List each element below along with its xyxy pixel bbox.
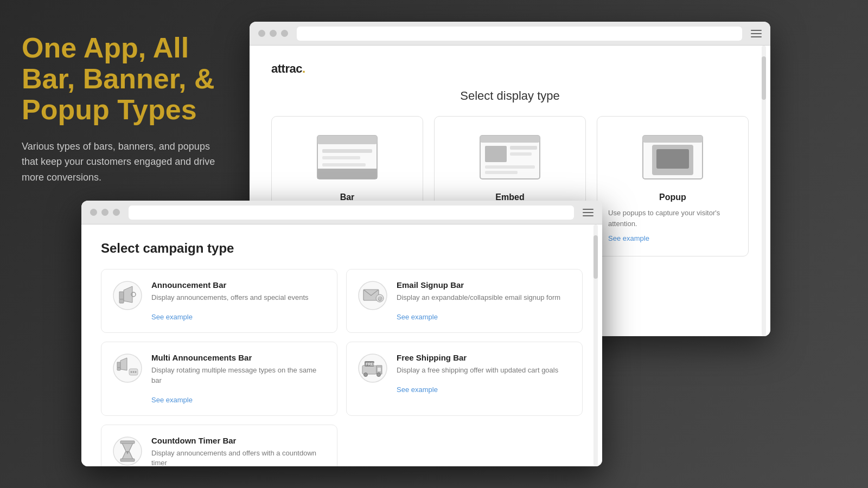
dot-yellow xyxy=(270,30,277,37)
countdown-timer-bar-name: Countdown Timer Bar xyxy=(151,436,326,445)
front-browser-window: Select campaign type Announcement Bar xyxy=(81,201,602,466)
countdown-timer-bar-desc: Display announcements and offers with a … xyxy=(151,448,326,466)
svg-rect-16 xyxy=(656,149,689,169)
main-subtext: Various types of bars, banners, and popu… xyxy=(22,139,228,185)
multi-announcements-bar-icon xyxy=(112,353,143,383)
email-signup-bar-name: Email Signup Bar xyxy=(397,280,560,290)
svg-marker-18 xyxy=(119,292,124,299)
countdown-timer-bar-icon xyxy=(112,436,143,466)
embed-display-icon xyxy=(477,133,542,182)
svg-text:FREE: FREE xyxy=(366,362,376,366)
svg-rect-8 xyxy=(485,146,507,162)
email-signup-bar-desc: Display an expandable/collapsible email … xyxy=(397,293,560,303)
free-shipping-bar-icon: FREE xyxy=(358,353,388,383)
front-scrollbar[interactable] xyxy=(593,224,598,466)
bar-display-icon xyxy=(315,133,380,182)
svg-rect-29 xyxy=(117,368,120,370)
back-menu-icon[interactable] xyxy=(751,30,762,37)
display-type-title: Select display type xyxy=(271,89,749,103)
front-dot-red xyxy=(90,209,97,216)
left-panel: One App, All Bar, Banner, & Popup Types … xyxy=(22,33,228,185)
announcement-bar-desc: Display announcements, offers and specia… xyxy=(151,293,309,303)
multi-announcements-bar-see-example[interactable]: See example xyxy=(151,396,193,404)
popup-see-example[interactable]: See example xyxy=(608,234,649,242)
free-shipping-bar-desc: Display a free shipping offer with updat… xyxy=(397,365,558,376)
svg-rect-9 xyxy=(510,146,537,150)
svg-rect-44 xyxy=(120,441,135,444)
back-scrollbar[interactable] xyxy=(762,46,766,336)
campaign-section-title: Select campaign type xyxy=(101,241,583,256)
free-shipping-bar-info: Free Shipping Bar Display a free shippin… xyxy=(397,353,558,394)
main-headline: One App, All Bar, Banner, & Popup Types xyxy=(22,33,228,126)
display-type-popup[interactable]: Popup Use popups to capture your visitor… xyxy=(597,116,749,256)
multi-announcements-bar-name: Multi Announcements Bar xyxy=(151,353,326,362)
svg-rect-2 xyxy=(322,149,372,153)
dot-green xyxy=(281,30,288,37)
multi-announcements-bar-info: Multi Announcements Bar Display rotating… xyxy=(151,353,326,404)
svg-rect-10 xyxy=(510,152,532,156)
back-titlebar xyxy=(250,22,770,46)
front-titlebar xyxy=(81,201,602,224)
free-shipping-bar-name: Free Shipping Bar xyxy=(397,353,558,362)
svg-rect-4 xyxy=(322,163,366,166)
campaign-multi-announcements-bar[interactable]: Multi Announcements Bar Display rotating… xyxy=(101,342,337,416)
svg-rect-1 xyxy=(317,136,377,144)
countdown-timer-bar-info: Countdown Timer Bar Display announcement… xyxy=(151,436,326,466)
free-shipping-bar-see-example[interactable]: See example xyxy=(397,386,438,394)
campaign-email-signup-bar[interactable]: @ Email Signup Bar Display an expandable… xyxy=(346,269,583,333)
front-dot-green xyxy=(113,209,120,216)
front-dot-yellow xyxy=(101,209,108,216)
svg-rect-45 xyxy=(120,459,135,461)
svg-rect-7 xyxy=(480,136,540,143)
announcement-bar-icon xyxy=(112,280,143,311)
svg-point-33 xyxy=(135,371,137,373)
front-browser-content: Select campaign type Announcement Bar xyxy=(81,224,602,466)
svg-rect-12 xyxy=(485,171,518,174)
popup-type-desc: Use popups to capture your visitor's att… xyxy=(608,208,737,229)
svg-rect-5 xyxy=(317,169,377,179)
svg-point-38 xyxy=(364,373,368,376)
svg-rect-20 xyxy=(119,299,124,303)
announcement-bar-name: Announcement Bar xyxy=(151,280,309,290)
svg-rect-14 xyxy=(643,136,703,143)
campaign-announcement-bar[interactable]: Announcement Bar Display announcements, … xyxy=(101,269,337,333)
svg-rect-37 xyxy=(378,368,381,371)
popup-type-name: Popup xyxy=(608,192,737,202)
front-window-dots xyxy=(90,209,120,216)
dot-red xyxy=(258,30,265,37)
campaign-countdown-timer-bar[interactable]: Countdown Timer Bar Display announcement… xyxy=(101,425,337,466)
attrac-logo: attrac. xyxy=(271,62,749,76)
front-address-bar[interactable] xyxy=(129,206,574,220)
front-menu-icon[interactable] xyxy=(583,209,593,216)
popup-display-icon xyxy=(640,133,705,182)
email-signup-bar-info: Email Signup Bar Display an expandable/c… xyxy=(397,280,560,322)
back-window-dots xyxy=(258,30,288,37)
email-signup-bar-see-example[interactable]: See example xyxy=(397,313,438,321)
svg-marker-27 xyxy=(117,362,120,368)
campaign-free-shipping-bar[interactable]: FREE Free Shipping Bar Display a free sh… xyxy=(346,342,583,416)
svg-text:@: @ xyxy=(378,296,382,301)
svg-point-31 xyxy=(131,371,132,373)
campaign-grid: Announcement Bar Display announcements, … xyxy=(101,269,583,466)
front-scrollbar-thumb xyxy=(593,235,598,279)
announcement-bar-info: Announcement Bar Display announcements, … xyxy=(151,280,309,322)
announcement-bar-see-example[interactable]: See example xyxy=(151,313,193,321)
back-scrollbar-thumb xyxy=(762,56,766,100)
svg-rect-11 xyxy=(485,165,535,169)
back-address-bar[interactable] xyxy=(297,27,742,41)
svg-point-39 xyxy=(377,373,381,376)
email-signup-bar-icon: @ xyxy=(358,280,388,311)
multi-announcements-bar-desc: Display rotating multiple message types … xyxy=(151,365,326,386)
svg-point-32 xyxy=(133,371,135,373)
svg-rect-3 xyxy=(322,156,360,159)
